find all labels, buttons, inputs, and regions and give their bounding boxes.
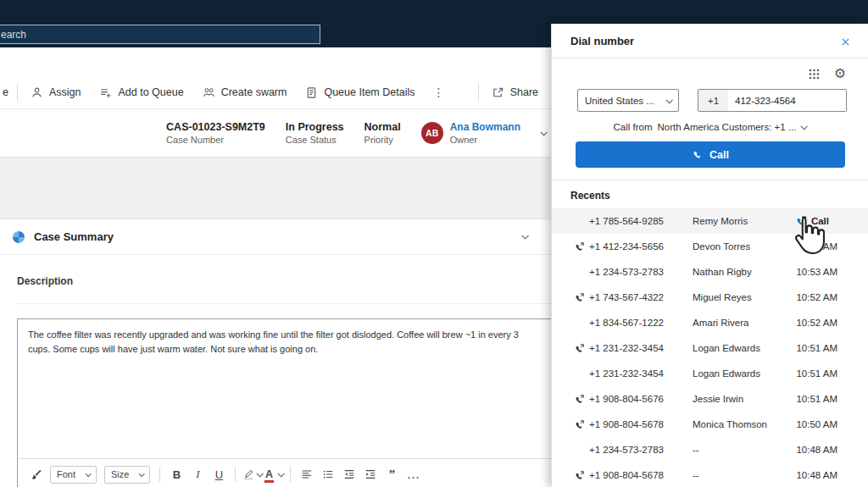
gear-icon[interactable]: ⚙ [834,67,846,80]
dialpad-icon[interactable] [808,68,821,80]
size-dropdown[interactable]: Size [104,466,150,484]
assign-button[interactable]: Assign [21,80,91,105]
indent-icon [364,468,376,480]
outgoing-call-icon [574,343,585,354]
description-text[interactable]: The coffee filter was recently upgraded … [18,319,543,365]
call-button[interactable]: Call [576,141,845,168]
recent-call-row[interactable]: +1 834-567-1222 Amari Rivera 10:52 AM [552,310,868,335]
outgoing-call-icon [574,394,585,405]
close-icon[interactable] [837,34,853,49]
owner-name-link[interactable]: Ana Bowmann [450,121,520,133]
case-number-label: Case Number [166,135,265,145]
priority-label: Priority [364,135,401,145]
partial-command-label[interactable]: e [2,86,14,98]
description-label: Description [17,275,73,287]
create-swarm-button[interactable]: Create swarm [193,80,297,105]
recent-name: Logan Edwards [693,343,796,353]
underline-button[interactable]: U [209,465,228,484]
italic-button[interactable]: I [188,465,207,484]
recent-name: Jessie Irwin [693,394,796,404]
case-status-label: Case Status [286,135,344,145]
panel-divider [552,58,868,58]
command-bar-divider [478,84,479,101]
owner-group: AB Ana Bowmann Owner [421,121,520,145]
bullet-list-button[interactable] [319,465,337,484]
description-editor: The coffee filter was recently upgraded … [17,318,553,487]
add-to-queue-icon [99,86,112,99]
call-from-selector[interactable]: Call from North America Customers: +1 ..… [552,119,868,135]
highlight-button[interactable] [242,465,262,484]
toolbar-more-button[interactable]: … [403,465,422,484]
recent-time: 10:53 AM [796,267,837,277]
recent-name: Miguel Reyes [693,292,796,302]
recent-name: Logan Edwards [693,368,796,379]
overflow-menu-button[interactable]: ⋮ [424,86,453,99]
highlighter-icon [242,468,254,480]
priority-value: Normal [364,121,401,133]
description-divider [17,303,553,304]
owner-avatar[interactable]: AB [421,122,443,144]
outdent-button[interactable] [340,465,359,484]
owner-label: Owner [450,135,520,145]
priority-group: Normal Priority [364,121,401,145]
recent-number: +1 412-234-5656 [589,241,693,252]
format-painter-icon[interactable] [26,465,45,484]
recent-call-row[interactable]: +1 908-804-5678 -- 10:48 AM [552,462,868,487]
document-icon [305,86,318,99]
rich-text-toolbar: Font Size B I U A ” … [18,459,552,487]
recent-call-row[interactable]: +1 234-573-2783 -- 10:48 AM [552,437,868,462]
recent-time: 10:52 AM [796,318,837,328]
chevron-down-icon[interactable] [521,232,528,239]
recent-name: Nathan Rigby [693,267,796,277]
recents-title: Recents [570,190,610,202]
recent-number: +1 743-567-4322 [589,292,693,302]
chevron-down-icon [665,97,672,103]
chevron-down-icon [139,471,145,477]
recent-call-row[interactable]: +1 908-804-5678 Monica Thomson 10:50 AM [552,412,868,437]
recent-number: +1 231-232-3454 [589,343,693,353]
share-button[interactable]: Share [482,80,548,105]
recent-name: Remy Morris [693,216,795,226]
bold-button[interactable]: B [167,465,186,484]
chevron-down-icon [277,470,284,477]
recent-call-row[interactable]: +1 231-232-3454 Logan Edwards 10:51 AM [552,361,868,386]
outgoing-call-icon [574,241,585,252]
phone-number-input[interactable] [728,90,846,111]
chevron-down-icon [257,470,264,477]
recent-call-row[interactable]: +1 231-232-3454 Logan Edwards 10:51 AM [552,335,868,361]
recent-name: Monica Thomson [693,419,796,429]
recent-number: +1 231-232-3454 [589,368,693,379]
bullet-list-icon [322,468,334,480]
global-search-input[interactable] [0,25,320,44]
recent-time: 10:51 AM [796,368,837,379]
person-icon [31,86,43,99]
add-to-queue-button[interactable]: Add to Queue [90,80,192,105]
case-number-value: CAS-01023-S9M2T9 [166,121,265,133]
recent-call-row[interactable]: +1 908-804-5676 Jessie Irwin 10:51 AM [552,386,868,412]
outgoing-call-icon [574,419,585,430]
mouse-hand-cursor [790,215,827,263]
align-left-button[interactable] [298,465,316,484]
app-screen: e Assign Add to Queue Create swarm Queue… [0,0,868,487]
recent-call-row[interactable]: +1 743-567-4322 Miguel Reyes 10:52 AM [552,285,868,310]
chevron-down-icon[interactable] [540,129,547,136]
indent-button[interactable] [361,465,380,484]
recent-time: 10:48 AM [796,470,837,480]
font-color-button[interactable]: A [264,465,283,484]
recent-name: Amari Rivera [693,318,796,328]
recent-time: 10:48 AM [796,445,837,455]
country-select[interactable]: United States ... [577,89,679,112]
recent-time: 10:50 AM [796,419,837,429]
blockquote-button[interactable]: ” [382,465,401,484]
recent-number: +1 785-564-9285 [589,216,693,226]
align-left-icon [301,468,313,480]
outdent-icon [343,468,355,480]
font-dropdown[interactable]: Font [50,466,97,484]
case-summary-title: Case Summary [34,230,114,243]
recent-time: 10:51 AM [796,394,837,404]
recent-time: 10:51 AM [796,343,837,353]
recent-name: -- [693,470,796,480]
recent-number: +1 908-804-5676 [589,394,693,404]
queue-item-details-button[interactable]: Queue Item Details [296,80,424,105]
recent-number: +1 234-573-2783 [589,445,693,455]
